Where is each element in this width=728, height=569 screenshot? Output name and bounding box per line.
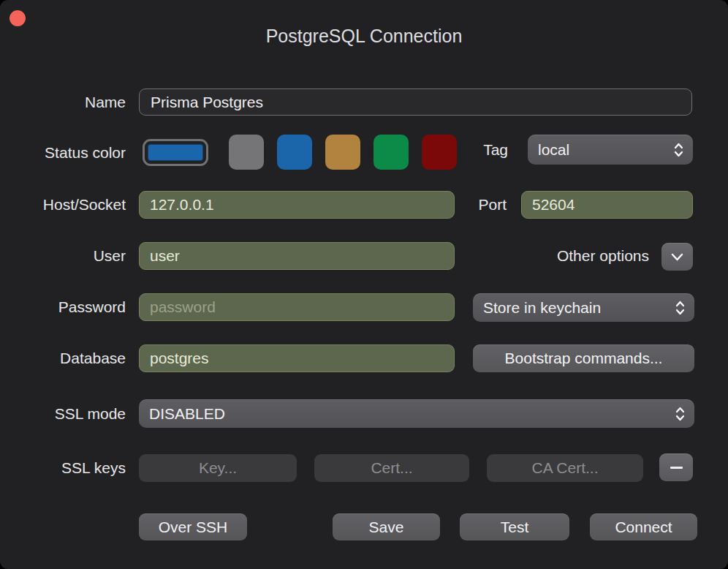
name-label: Name <box>85 88 126 116</box>
status-color-option-green[interactable] <box>374 135 409 170</box>
other-options-button[interactable] <box>661 243 693 271</box>
minus-icon <box>670 467 683 469</box>
host-label: Host/Socket <box>43 191 126 219</box>
name-input[interactable] <box>139 88 692 116</box>
ssl-key-button[interactable]: Key... <box>139 454 297 482</box>
connect-button[interactable]: Connect <box>590 513 697 540</box>
remove-ssl-keys-button[interactable] <box>659 453 693 481</box>
port-label: Port <box>478 191 507 219</box>
tag-select[interactable]: local <box>528 135 693 165</box>
bootstrap-commands-button[interactable]: Bootstrap commands... <box>473 344 694 372</box>
database-input[interactable] <box>139 344 455 372</box>
over-ssh-button[interactable]: Over SSH <box>139 513 247 540</box>
other-options-label: Other options <box>557 242 649 270</box>
status-color-option-blue[interactable] <box>277 135 312 170</box>
keychain-select-value: Store in keychain <box>483 299 675 317</box>
up-down-chevrons-icon <box>675 404 686 423</box>
chevron-down-icon <box>670 252 684 262</box>
selected-color-fill <box>148 144 203 161</box>
postgresql-connection-dialog: PostgreSQL Connection Name Status color … <box>0 0 728 569</box>
password-input[interactable] <box>139 293 455 321</box>
port-input[interactable] <box>521 191 693 219</box>
ssl-mode-label: SSL mode <box>55 399 126 428</box>
status-color-option-gray[interactable] <box>229 135 264 170</box>
host-input[interactable] <box>139 191 455 219</box>
ssl-ca-cert-button[interactable]: CA Cert... <box>487 454 643 482</box>
status-color-selected-swatch[interactable] <box>143 139 208 166</box>
database-label: Database <box>60 344 126 372</box>
password-label: Password <box>58 293 126 321</box>
user-label: User <box>94 242 126 270</box>
ssl-mode-select-value: DISABLED <box>149 405 675 423</box>
status-color-option-tan[interactable] <box>325 135 360 170</box>
save-button[interactable]: Save <box>333 513 440 540</box>
close-button[interactable] <box>10 10 26 26</box>
tag-select-value: local <box>538 141 673 159</box>
tag-label: Tag <box>483 135 508 165</box>
up-down-chevrons-icon <box>675 298 686 317</box>
ssl-keys-label: SSL keys <box>61 454 126 482</box>
ssl-mode-select[interactable]: DISABLED <box>139 399 694 428</box>
up-down-chevrons-icon <box>673 140 684 159</box>
status-color-label: Status color <box>45 139 126 166</box>
test-button[interactable]: Test <box>460 513 569 540</box>
keychain-select[interactable]: Store in keychain <box>473 293 694 322</box>
dialog-title: PostgreSQL Connection <box>0 26 728 47</box>
user-input[interactable] <box>139 242 455 270</box>
status-color-option-red[interactable] <box>422 135 457 170</box>
ssl-cert-button[interactable]: Cert... <box>314 454 469 482</box>
